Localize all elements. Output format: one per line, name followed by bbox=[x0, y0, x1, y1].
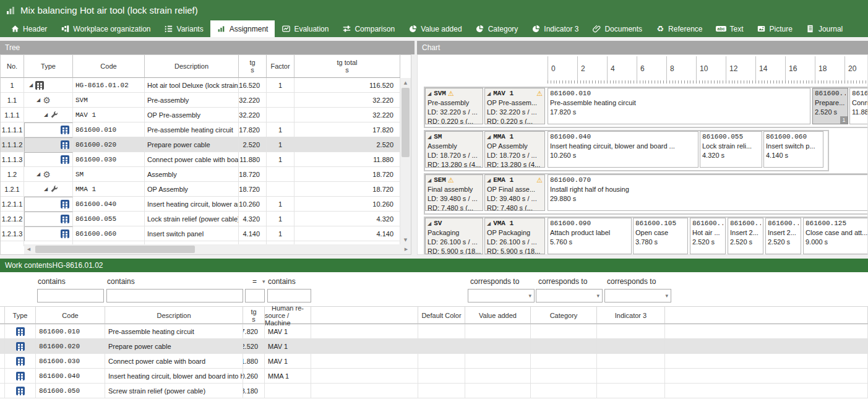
chart-task-block[interactable]: 861600.010 Pre-assemble heating circuit … bbox=[548, 88, 810, 124]
expander-icon[interactable]: ◢ bbox=[487, 132, 491, 142]
tree-row[interactable]: 1.2 ◢⚙ SM Assembly 18.720 18.720 bbox=[1, 167, 411, 182]
scrollbar-thumb[interactable] bbox=[402, 88, 410, 157]
filter-value-added-select[interactable]: ▾ bbox=[468, 289, 535, 302]
op-block-mma1[interactable]: ◢MMA 1 OP Assembly LD: 18.720 s / ... RD… bbox=[484, 131, 545, 168]
expander-icon[interactable]: ◢ bbox=[428, 219, 431, 228]
tab-picture[interactable]: Picture bbox=[750, 20, 799, 37]
section-block-sm[interactable]: ◢SM Assembly LD: 18.720 s / ... RD: 13.2… bbox=[425, 131, 483, 168]
filter-category-select[interactable]: ▾ bbox=[536, 289, 603, 302]
section-block-sv[interactable]: ◢SV Packaging LD: 26.100 s / ... RD: 5.9… bbox=[425, 218, 483, 254]
row-header-cell bbox=[0, 354, 5, 369]
op-block-mav1[interactable]: ◢MAV 1⚠ OP Pre-assem... LD: 32.220 s / .… bbox=[484, 88, 545, 124]
tree-vertical-scrollbar[interactable]: ▲ ▼ bbox=[400, 78, 411, 244]
tree-row[interactable]: 1 ◢ HG-8616.01.02 Hot air tool Deluxe (l… bbox=[1, 78, 411, 93]
col-human-resource: Human re-source / Machine bbox=[265, 306, 311, 324]
tree-row-selected[interactable]: 1.1.1.2 861600.020 Prepare power cable 2… bbox=[1, 137, 411, 152]
task-icon bbox=[16, 372, 25, 380]
work-row[interactable]: 861600.040 Insert heating circuit, blowe… bbox=[0, 369, 868, 384]
filter-code-input[interactable] bbox=[37, 289, 104, 302]
tab-documents[interactable]: Documents bbox=[585, 20, 649, 37]
expander-icon[interactable]: ◢ bbox=[44, 186, 48, 192]
tab-reference[interactable]: ♻ Reference bbox=[649, 20, 709, 37]
col-code: Code bbox=[36, 306, 105, 324]
work-row[interactable]: 861600.010 Pre-assemble heating circuit … bbox=[0, 324, 868, 339]
expander-icon[interactable]: ◢ bbox=[428, 132, 431, 142]
section-block-sem[interactable]: ◢SEM⚠ Final assembly LD: 39.480 s / ... … bbox=[425, 174, 483, 211]
scroll-left-icon[interactable]: ◀ bbox=[24, 244, 33, 254]
task-icon bbox=[61, 140, 69, 149]
tree-row[interactable]: 1.2.1.2 861600.055 Lock strain relief (p… bbox=[1, 212, 411, 226]
tab-assignment[interactable]: Assignment bbox=[210, 20, 275, 37]
axis-tick: 12 bbox=[726, 56, 737, 80]
filter-tg-input[interactable] bbox=[245, 289, 265, 302]
expander-icon[interactable]: ◢ bbox=[428, 89, 431, 98]
expander-icon[interactable]: ◢ bbox=[37, 97, 40, 103]
axis-tick: 20 bbox=[844, 56, 856, 80]
chart-task-block[interactable]: 861600... Insert 2... 2.520 s bbox=[765, 218, 801, 254]
chart-task-block[interactable]: 861600... Insert 2... 2.520 s bbox=[728, 218, 763, 254]
axis-minor-ruler bbox=[548, 80, 867, 84]
tab-text[interactable]: abc Text bbox=[709, 20, 750, 37]
filter-indicator3-select[interactable]: ▾ bbox=[604, 289, 671, 302]
tab-workplace-organization[interactable]: Workplace organization bbox=[54, 20, 157, 37]
filter-description-input[interactable] bbox=[106, 289, 243, 302]
section-block-svm[interactable]: ◢SVM⚠ Pre-assembly LD: 32.220 s / ... RD… bbox=[425, 88, 483, 124]
task-icon bbox=[61, 215, 69, 223]
selection-badge: 1 bbox=[840, 116, 848, 124]
chart-task-block-selected[interactable]: 861600... Prepare... 2.520 s 1 bbox=[812, 88, 848, 124]
chart-row-packaging: ◢SV Packaging LD: 26.100 s / ... RD: 5.9… bbox=[424, 217, 868, 255]
chart-task-block[interactable]: 861600.040 Insert heating circuit, blowe… bbox=[548, 131, 698, 168]
chart-task-block[interactable]: 861600.060 Insert switch p... 4.140 s bbox=[763, 131, 823, 168]
row-header-cell bbox=[0, 369, 5, 384]
chart-task-block[interactable]: 861600.090 Attach product label 5.760 s bbox=[548, 218, 632, 254]
scroll-down-icon[interactable]: ▼ bbox=[400, 235, 411, 244]
tab-evaluation[interactable]: Evaluation bbox=[275, 20, 335, 37]
task-icon bbox=[16, 357, 25, 366]
op-block-vma1[interactable]: ◢VMA 1 OP Packaging LD: 26.100 s / ... R… bbox=[484, 218, 545, 254]
tree-row[interactable]: 1.1.1.3 861600.030 Connect power cable w… bbox=[1, 152, 411, 167]
tree-horizontal-scrollbar[interactable]: ◀ ▶ bbox=[24, 244, 411, 254]
application-window: Mix balancing Hot air tool (lock strain … bbox=[0, 0, 868, 399]
tab-value-added[interactable]: Value added bbox=[402, 20, 469, 37]
op-block-ema1[interactable]: ◢EMA 1⚠ OP Final asse... LD: 39.480 s / … bbox=[484, 174, 545, 211]
filter-hr-input[interactable] bbox=[267, 289, 311, 302]
expander-icon[interactable]: ◢ bbox=[44, 112, 48, 118]
expander-icon[interactable]: ◢ bbox=[487, 176, 491, 185]
tree-row[interactable]: 1.2.1 ◢ MMA 1 OP Assembly 18.720 18.720 bbox=[1, 182, 411, 197]
tab-category[interactable]: Category bbox=[469, 20, 525, 37]
chart-task-block[interactable]: 861600.070 Install right half of housing… bbox=[548, 174, 868, 211]
work-row[interactable]: 861600.030 Connect power cable with boar… bbox=[0, 354, 868, 369]
tree-row[interactable]: 1.1.1 ◢ MAV 1 OP Pre-assembly 32.220 32.… bbox=[1, 108, 411, 122]
tab-header[interactable]: Header bbox=[4, 20, 54, 37]
sliders-icon bbox=[342, 25, 351, 33]
expander-icon[interactable]: ◢ bbox=[428, 176, 431, 185]
workplace-organization-icon bbox=[61, 25, 69, 33]
tree-row[interactable]: 1.2.1.1 861600.040 Insert heating circui… bbox=[1, 197, 411, 212]
tree-row[interactable]: 1.1.1.1 861600.010 Pre-assemble heating … bbox=[1, 122, 411, 137]
scroll-up-icon[interactable]: ▲ bbox=[400, 78, 411, 87]
expander-icon[interactable]: ◢ bbox=[487, 89, 491, 98]
chart-task-block[interactable]: 861600... Hot air ... 2.520 s bbox=[690, 218, 726, 254]
axis-tick: 4 bbox=[607, 56, 615, 80]
chart-task-block[interactable]: 861600.105 Open case 3.780 s bbox=[633, 218, 688, 254]
section-gear-icon: ⚙ bbox=[43, 96, 51, 105]
tree-row[interactable]: 1.2.1.3 861600.060 Insert switch panel 4… bbox=[1, 226, 411, 241]
tab-journal[interactable]: Journal bbox=[799, 20, 849, 37]
row-header-cell bbox=[0, 339, 5, 354]
expander-icon[interactable]: ◢ bbox=[487, 219, 491, 228]
expander-icon[interactable]: ◢ bbox=[37, 171, 40, 177]
chart-task-block[interactable]: 861600.055 Lock strain reli... 4.320 s bbox=[700, 131, 762, 168]
work-row[interactable]: 861600.050 Screw strain relief (power ca… bbox=[0, 384, 868, 398]
scrollbar-thumb[interactable] bbox=[35, 246, 195, 253]
tab-variants[interactable]: Variants bbox=[158, 20, 210, 37]
pie-chart-icon bbox=[408, 25, 417, 33]
tab-indicator-3[interactable]: Indicator 3 bbox=[525, 20, 585, 37]
scroll-right-icon[interactable]: ▶ bbox=[402, 244, 411, 254]
expander-icon[interactable]: ◢ bbox=[29, 82, 33, 88]
tab-comparison[interactable]: Comparison bbox=[335, 20, 402, 37]
chevron-down-icon[interactable]: ▾ bbox=[262, 278, 265, 285]
tree-row[interactable]: 1.1 ◢⚙ SVM Pre-assembly 32.220 32.220 bbox=[1, 93, 411, 108]
chart-task-block[interactable]: 861600.030 Connect power cable with boar… bbox=[849, 88, 868, 124]
work-row-selected[interactable]: 861600.020 Prepare power cable 2.520 MAV… bbox=[0, 339, 868, 354]
chart-task-block[interactable]: 861600.125 Close case and att... 9.000 s bbox=[803, 218, 868, 254]
